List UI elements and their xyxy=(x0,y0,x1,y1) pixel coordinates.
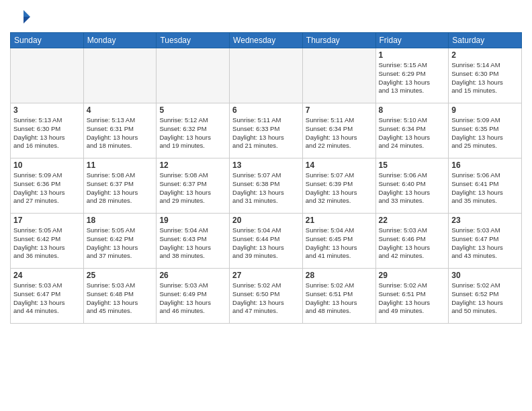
day-info: Sunrise: 5:10 AM Sunset: 6:34 PM Dayligh… xyxy=(379,116,446,150)
day-number: 13 xyxy=(232,161,300,170)
calendar-day-cell: 11Sunrise: 5:08 AM Sunset: 6:37 PM Dayli… xyxy=(83,158,157,214)
calendar-day-cell: 5Sunrise: 5:12 AM Sunset: 6:32 PM Daylig… xyxy=(157,103,230,158)
day-number: 28 xyxy=(306,271,373,280)
calendar-day-cell: 10Sunrise: 5:09 AM Sunset: 6:36 PM Dayli… xyxy=(11,158,84,214)
calendar-day-cell: 9Sunrise: 5:09 AM Sunset: 6:35 PM Daylig… xyxy=(449,103,522,158)
calendar-day-cell: 12Sunrise: 5:08 AM Sunset: 6:37 PM Dayli… xyxy=(157,158,230,214)
day-info: Sunrise: 5:11 AM Sunset: 6:33 PM Dayligh… xyxy=(232,116,300,150)
day-info: Sunrise: 5:09 AM Sunset: 6:36 PM Dayligh… xyxy=(13,171,81,205)
calendar-day-cell: 29Sunrise: 5:02 AM Sunset: 6:51 PM Dayli… xyxy=(375,269,449,324)
day-info: Sunrise: 5:11 AM Sunset: 6:34 PM Dayligh… xyxy=(306,116,373,150)
day-number: 10 xyxy=(13,161,81,170)
day-info: Sunrise: 5:09 AM Sunset: 6:35 PM Dayligh… xyxy=(451,116,519,150)
weekday-header-wednesday: Wednesday xyxy=(230,33,303,48)
calendar-week-row: 3Sunrise: 5:13 AM Sunset: 6:30 PM Daylig… xyxy=(11,103,522,158)
calendar-week-row: 24Sunrise: 5:03 AM Sunset: 6:47 PM Dayli… xyxy=(11,269,522,324)
calendar-header-row: SundayMondayTuesdayWednesdayThursdayFrid… xyxy=(11,33,522,48)
day-info: Sunrise: 5:04 AM Sunset: 6:44 PM Dayligh… xyxy=(232,226,300,261)
day-info: Sunrise: 5:03 AM Sunset: 6:48 PM Dayligh… xyxy=(87,281,154,316)
day-info: Sunrise: 5:04 AM Sunset: 6:45 PM Dayligh… xyxy=(306,226,373,261)
day-info: Sunrise: 5:03 AM Sunset: 6:47 PM Dayligh… xyxy=(451,226,519,261)
calendar-day-cell: 1Sunrise: 5:15 AM Sunset: 6:29 PM Daylig… xyxy=(375,48,449,103)
weekday-header-saturday: Saturday xyxy=(449,33,522,48)
calendar-day-cell: 4Sunrise: 5:13 AM Sunset: 6:31 PM Daylig… xyxy=(83,103,157,158)
day-info: Sunrise: 5:14 AM Sunset: 6:30 PM Dayligh… xyxy=(451,61,519,95)
calendar-day-cell: 3Sunrise: 5:13 AM Sunset: 6:30 PM Daylig… xyxy=(11,103,84,158)
day-info: Sunrise: 5:06 AM Sunset: 6:40 PM Dayligh… xyxy=(379,171,446,205)
calendar-day-cell: 7Sunrise: 5:11 AM Sunset: 6:34 PM Daylig… xyxy=(302,103,375,158)
svg-marker-1 xyxy=(24,17,30,24)
calendar-day-cell: 13Sunrise: 5:07 AM Sunset: 6:38 PM Dayli… xyxy=(230,158,303,214)
calendar-day-cell: 22Sunrise: 5:03 AM Sunset: 6:46 PM Dayli… xyxy=(375,214,449,269)
day-number: 30 xyxy=(451,271,519,280)
calendar-table: SundayMondayTuesdayWednesdayThursdayFrid… xyxy=(10,32,522,324)
calendar-week-row: 10Sunrise: 5:09 AM Sunset: 6:36 PM Dayli… xyxy=(11,158,522,214)
day-info: Sunrise: 5:02 AM Sunset: 6:50 PM Dayligh… xyxy=(232,281,300,316)
day-info: Sunrise: 5:08 AM Sunset: 6:37 PM Dayligh… xyxy=(159,171,226,205)
day-info: Sunrise: 5:06 AM Sunset: 6:41 PM Dayligh… xyxy=(451,171,519,205)
day-number: 21 xyxy=(306,216,373,225)
day-number: 22 xyxy=(379,216,446,225)
day-number: 24 xyxy=(13,271,81,280)
page: SundayMondayTuesdayWednesdayThursdayFrid… xyxy=(0,0,532,411)
day-number: 5 xyxy=(159,105,226,115)
day-number: 1 xyxy=(379,50,446,60)
day-number: 18 xyxy=(87,216,154,225)
day-info: Sunrise: 5:07 AM Sunset: 6:39 PM Dayligh… xyxy=(306,171,373,205)
calendar-day-cell: 14Sunrise: 5:07 AM Sunset: 6:39 PM Dayli… xyxy=(302,158,375,214)
weekday-header-tuesday: Tuesday xyxy=(157,33,230,48)
day-number: 23 xyxy=(451,216,519,225)
day-number: 27 xyxy=(232,271,300,280)
calendar-day-cell: 15Sunrise: 5:06 AM Sunset: 6:40 PM Dayli… xyxy=(375,158,449,214)
day-info: Sunrise: 5:02 AM Sunset: 6:52 PM Dayligh… xyxy=(451,281,519,316)
day-number: 11 xyxy=(87,161,154,170)
day-info: Sunrise: 5:13 AM Sunset: 6:30 PM Dayligh… xyxy=(13,116,81,150)
day-info: Sunrise: 5:05 AM Sunset: 6:42 PM Dayligh… xyxy=(13,226,81,261)
calendar-day-cell xyxy=(302,48,375,103)
day-info: Sunrise: 5:03 AM Sunset: 6:47 PM Dayligh… xyxy=(13,281,81,316)
weekday-header-thursday: Thursday xyxy=(302,33,375,48)
svg-marker-0 xyxy=(24,10,30,17)
calendar-day-cell xyxy=(11,48,84,103)
day-info: Sunrise: 5:02 AM Sunset: 6:51 PM Dayligh… xyxy=(379,281,446,316)
weekday-header-friday: Friday xyxy=(375,33,449,48)
day-number: 7 xyxy=(306,105,373,115)
day-number: 6 xyxy=(232,105,300,115)
calendar-day-cell: 27Sunrise: 5:02 AM Sunset: 6:50 PM Dayli… xyxy=(230,269,303,324)
calendar-week-row: 1Sunrise: 5:15 AM Sunset: 6:29 PM Daylig… xyxy=(11,48,522,103)
calendar-day-cell: 20Sunrise: 5:04 AM Sunset: 6:44 PM Dayli… xyxy=(230,214,303,269)
calendar-day-cell: 17Sunrise: 5:05 AM Sunset: 6:42 PM Dayli… xyxy=(11,214,84,269)
calendar-day-cell: 24Sunrise: 5:03 AM Sunset: 6:47 PM Dayli… xyxy=(11,269,84,324)
calendar-day-cell xyxy=(157,48,230,103)
calendar-day-cell: 25Sunrise: 5:03 AM Sunset: 6:48 PM Dayli… xyxy=(83,269,157,324)
day-number: 15 xyxy=(379,161,446,170)
day-number: 4 xyxy=(87,105,154,115)
calendar-day-cell: 8Sunrise: 5:10 AM Sunset: 6:34 PM Daylig… xyxy=(375,103,449,158)
day-number: 29 xyxy=(379,271,446,280)
calendar-day-cell: 26Sunrise: 5:03 AM Sunset: 6:49 PM Dayli… xyxy=(157,269,230,324)
calendar-day-cell: 23Sunrise: 5:03 AM Sunset: 6:47 PM Dayli… xyxy=(449,214,522,269)
day-number: 19 xyxy=(159,216,226,225)
logo-icon xyxy=(10,7,30,27)
day-number: 12 xyxy=(159,161,226,170)
day-number: 14 xyxy=(306,161,373,170)
day-number: 25 xyxy=(87,271,154,280)
day-info: Sunrise: 5:12 AM Sunset: 6:32 PM Dayligh… xyxy=(159,116,226,150)
day-number: 16 xyxy=(451,161,519,170)
day-number: 26 xyxy=(159,271,226,280)
day-info: Sunrise: 5:15 AM Sunset: 6:29 PM Dayligh… xyxy=(379,61,446,95)
day-number: 8 xyxy=(379,105,446,115)
calendar-day-cell: 28Sunrise: 5:02 AM Sunset: 6:51 PM Dayli… xyxy=(302,269,375,324)
day-info: Sunrise: 5:03 AM Sunset: 6:49 PM Dayligh… xyxy=(159,281,226,316)
day-number: 3 xyxy=(13,105,81,115)
day-number: 20 xyxy=(232,216,300,225)
day-number: 17 xyxy=(13,216,81,225)
calendar-week-row: 17Sunrise: 5:05 AM Sunset: 6:42 PM Dayli… xyxy=(11,214,522,269)
calendar-day-cell: 18Sunrise: 5:05 AM Sunset: 6:42 PM Dayli… xyxy=(83,214,157,269)
calendar-day-cell xyxy=(83,48,157,103)
calendar-day-cell: 16Sunrise: 5:06 AM Sunset: 6:41 PM Dayli… xyxy=(449,158,522,214)
day-info: Sunrise: 5:03 AM Sunset: 6:46 PM Dayligh… xyxy=(379,226,446,261)
calendar-day-cell: 19Sunrise: 5:04 AM Sunset: 6:43 PM Dayli… xyxy=(157,214,230,269)
weekday-header-monday: Monday xyxy=(83,33,157,48)
calendar-day-cell: 30Sunrise: 5:02 AM Sunset: 6:52 PM Dayli… xyxy=(449,269,522,324)
